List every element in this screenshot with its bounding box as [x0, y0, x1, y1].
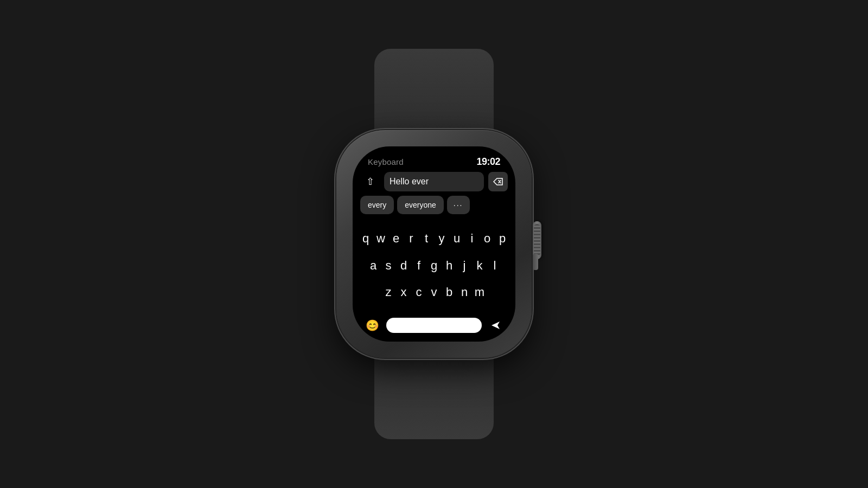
shift-button[interactable]: ⇧ [360, 172, 380, 191]
backspace-icon [493, 178, 503, 185]
key-l[interactable]: l [488, 258, 502, 274]
spacebar[interactable] [386, 318, 482, 333]
key-n[interactable]: n [457, 284, 471, 300]
key-e[interactable]: e [389, 230, 403, 247]
keyboard-area: q w e r t y u i o p a s d f g h [353, 217, 515, 313]
key-q[interactable]: q [359, 230, 373, 247]
watch-screen: Keyboard 19:02 ⇧ Hello ever every every [353, 146, 515, 342]
key-x[interactable]: x [397, 284, 411, 300]
key-row-3: z x c v b n m [357, 284, 511, 300]
key-s[interactable]: s [381, 258, 395, 274]
send-icon [490, 320, 502, 331]
send-button[interactable] [487, 317, 505, 334]
key-t[interactable]: t [419, 230, 433, 247]
key-a[interactable]: a [366, 258, 380, 274]
key-r[interactable]: r [404, 230, 418, 247]
key-j[interactable]: j [457, 258, 471, 274]
key-f[interactable]: f [412, 258, 426, 274]
key-d[interactable]: d [397, 258, 411, 274]
key-i[interactable]: i [465, 230, 479, 247]
key-y[interactable]: y [435, 230, 449, 247]
autocomplete-chip-more[interactable]: ··· [447, 196, 470, 214]
key-c[interactable]: c [412, 284, 426, 300]
key-h[interactable]: h [442, 258, 456, 274]
key-v[interactable]: v [427, 284, 441, 300]
key-row-2: a s d f g h j k l [357, 258, 511, 274]
backspace-button[interactable] [488, 172, 508, 191]
autocomplete-chip-every[interactable]: every [360, 196, 394, 214]
key-o[interactable]: o [480, 230, 494, 247]
watch-band-top [374, 49, 494, 136]
emoji-button[interactable]: 😊 [363, 317, 381, 334]
key-m[interactable]: m [473, 284, 487, 300]
autocomplete-chip-everyone[interactable]: everyone [397, 196, 444, 214]
text-field[interactable]: Hello ever [384, 172, 484, 191]
input-row: ⇧ Hello ever [353, 172, 515, 191]
watch-side-button [533, 254, 538, 270]
watch-band-bottom [374, 352, 494, 439]
key-p[interactable]: p [495, 230, 509, 247]
bottom-bar: 😊 [353, 313, 515, 342]
key-g[interactable]: g [427, 258, 441, 274]
clock-time: 19:02 [476, 156, 500, 168]
status-bar: Keyboard 19:02 [353, 146, 515, 172]
autocomplete-row: every everyone ··· [353, 196, 515, 214]
app-title: Keyboard [368, 157, 404, 166]
watch-case: Keyboard 19:02 ⇧ Hello ever every every [336, 130, 532, 358]
watch-scene: Keyboard 19:02 ⇧ Hello ever every every [271, 49, 597, 439]
key-u[interactable]: u [450, 230, 464, 247]
key-z[interactable]: z [381, 284, 395, 300]
key-w[interactable]: w [374, 230, 388, 247]
key-row-1: q w e r t y u i o p [357, 230, 511, 247]
key-b[interactable]: b [442, 284, 456, 300]
key-k[interactable]: k [473, 258, 487, 274]
